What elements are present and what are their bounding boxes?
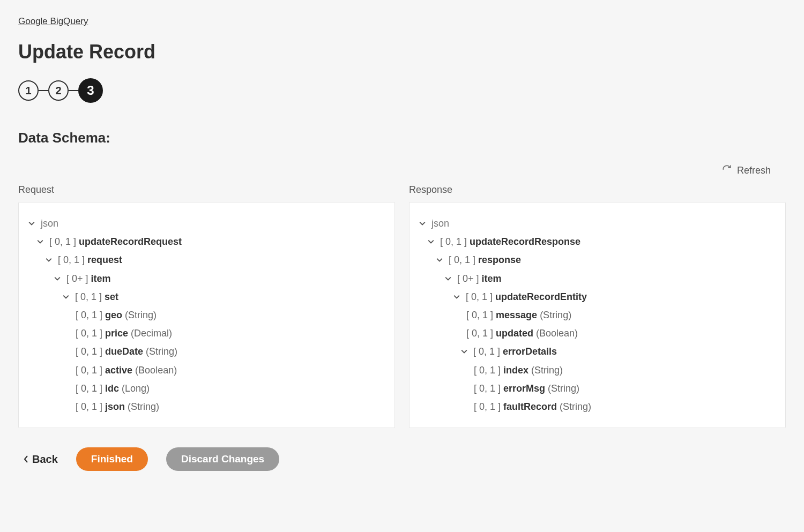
field-name: json bbox=[105, 401, 125, 412]
chevron-down-icon[interactable] bbox=[54, 269, 64, 288]
node-name: updateRecordResponse bbox=[470, 236, 580, 247]
page-title: Update Record bbox=[18, 41, 786, 63]
cardinality: [ 0, 1 ] bbox=[466, 291, 493, 302]
chevron-left-icon bbox=[24, 453, 29, 466]
field-type: (String) bbox=[560, 401, 591, 412]
step-connector bbox=[39, 90, 48, 91]
refresh-icon bbox=[722, 164, 732, 177]
refresh-label: Refresh bbox=[737, 165, 771, 176]
cardinality: [ 0, 1 ] bbox=[466, 328, 493, 339]
cardinality: [ 0, 1 ] bbox=[76, 310, 102, 320]
chevron-down-icon[interactable] bbox=[428, 233, 437, 251]
chevron-down-icon[interactable] bbox=[37, 233, 47, 251]
tree-root: json bbox=[41, 218, 58, 229]
field-type: (String) bbox=[146, 346, 177, 357]
request-tree: json [ 0, 1 ] updateRecordRequest [ 0, 1… bbox=[18, 202, 395, 428]
cardinality: [ 0, 1 ] bbox=[449, 254, 475, 265]
field-type: (String) bbox=[128, 401, 159, 412]
node-name: response bbox=[478, 254, 521, 265]
cardinality: [ 0, 1 ] bbox=[58, 254, 85, 265]
cardinality: [ 0, 1 ] bbox=[75, 291, 102, 302]
step-2[interactable]: 2 bbox=[48, 80, 69, 101]
cardinality: [ 0, 1 ] bbox=[474, 365, 501, 376]
node-name: item bbox=[91, 273, 111, 284]
cardinality: [ 0, 1 ] bbox=[49, 236, 76, 247]
step-3[interactable]: 3 bbox=[78, 78, 103, 103]
chevron-down-icon[interactable] bbox=[436, 251, 446, 269]
cardinality: [ 0+ ] bbox=[66, 273, 88, 284]
back-button[interactable]: Back bbox=[24, 453, 58, 466]
cardinality: [ 0, 1 ] bbox=[474, 401, 501, 412]
request-label: Request bbox=[18, 184, 395, 196]
request-column: Request json [ 0, 1 ] updateRecordReques… bbox=[18, 177, 395, 428]
node-name: set bbox=[105, 291, 118, 302]
refresh-button[interactable]: Refresh bbox=[722, 164, 771, 177]
field-type: (String) bbox=[531, 365, 563, 376]
finished-button[interactable]: Finished bbox=[76, 447, 148, 471]
field-type: (String) bbox=[548, 383, 579, 394]
cardinality: [ 0, 1 ] bbox=[466, 310, 493, 320]
chevron-down-icon[interactable] bbox=[453, 288, 463, 306]
response-column: Response json [ 0, 1 ] updateRecordRespo… bbox=[409, 177, 786, 428]
field-type: (String) bbox=[125, 310, 157, 320]
node-name: updateRecordEntity bbox=[495, 291, 587, 302]
node-name: errorDetails bbox=[503, 346, 557, 357]
tree-root: json bbox=[431, 218, 449, 229]
chevron-down-icon[interactable] bbox=[28, 214, 38, 233]
response-label: Response bbox=[409, 184, 786, 196]
step-1[interactable]: 1 bbox=[18, 80, 39, 101]
field-name: dueDate bbox=[105, 346, 143, 357]
cardinality: [ 0+ ] bbox=[457, 273, 479, 284]
breadcrumb-link[interactable]: Google BigQuery bbox=[18, 16, 88, 27]
cardinality: [ 0, 1 ] bbox=[76, 328, 102, 339]
chevron-down-icon[interactable] bbox=[445, 269, 455, 288]
back-label: Back bbox=[32, 453, 58, 466]
chevron-down-icon[interactable] bbox=[461, 342, 471, 361]
cardinality: [ 0, 1 ] bbox=[76, 365, 102, 376]
cardinality: [ 0, 1 ] bbox=[76, 401, 102, 412]
field-type: (String) bbox=[540, 310, 571, 320]
cardinality: [ 0, 1 ] bbox=[473, 346, 500, 357]
field-name: faultRecord bbox=[503, 401, 557, 412]
chevron-down-icon[interactable] bbox=[419, 214, 429, 233]
response-tree: json [ 0, 1 ] updateRecordResponse [ 0, … bbox=[409, 202, 786, 428]
stepper: 1 2 3 bbox=[18, 78, 786, 103]
discard-button[interactable]: Discard Changes bbox=[166, 447, 279, 471]
cardinality: [ 0, 1 ] bbox=[76, 346, 102, 357]
field-name: price bbox=[105, 328, 128, 339]
field-name: active bbox=[105, 365, 132, 376]
field-name: geo bbox=[105, 310, 122, 320]
field-name: index bbox=[503, 365, 528, 376]
cardinality: [ 0, 1 ] bbox=[76, 383, 102, 394]
chevron-down-icon[interactable] bbox=[46, 251, 55, 269]
field-name: updated bbox=[496, 328, 533, 339]
cardinality: [ 0, 1 ] bbox=[474, 383, 501, 394]
node-name: updateRecordRequest bbox=[79, 236, 182, 247]
section-title: Data Schema: bbox=[18, 130, 786, 146]
field-type: (Boolean) bbox=[135, 365, 177, 376]
field-type: (Decimal) bbox=[131, 328, 172, 339]
node-name: item bbox=[482, 273, 502, 284]
field-name: message bbox=[496, 310, 537, 320]
cardinality: [ 0, 1 ] bbox=[440, 236, 467, 247]
node-name: request bbox=[87, 254, 122, 265]
chevron-down-icon[interactable] bbox=[63, 288, 72, 306]
field-name: idc bbox=[105, 383, 119, 394]
field-type: (Boolean) bbox=[536, 328, 578, 339]
step-connector bbox=[69, 90, 78, 91]
field-type: (Long) bbox=[122, 383, 150, 394]
field-name: errorMsg bbox=[503, 383, 545, 394]
